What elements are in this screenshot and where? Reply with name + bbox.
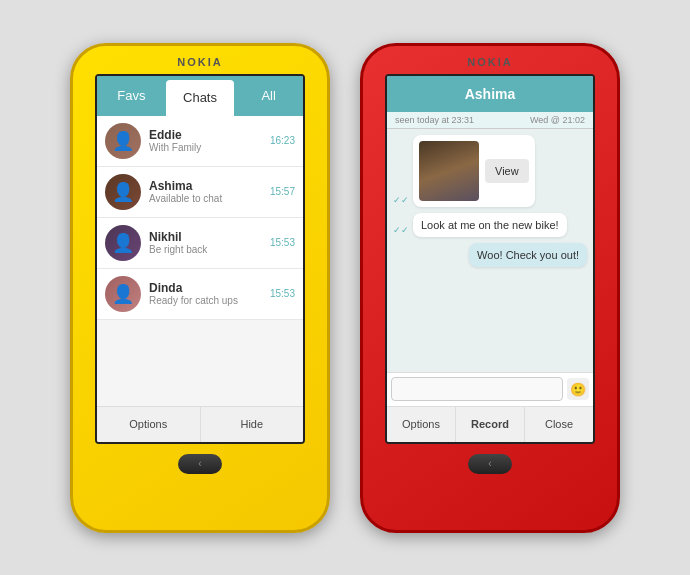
tabs-bar: Favs Chats All: [97, 76, 303, 116]
message-input[interactable]: [391, 377, 563, 401]
hide-button[interactable]: Hide: [201, 407, 304, 442]
left-nokia-brand: NOKIA: [177, 56, 222, 68]
emoji-icon: 🙂: [570, 382, 586, 397]
chat-list: 👤 Eddie With Family 16:23 👤 Ashima Avail…: [97, 116, 303, 406]
chat-info: Nikhil Be right back: [149, 230, 262, 255]
left-screen: Favs Chats All 👤 Eddie With Family 16:23: [95, 74, 305, 444]
message-photo: [419, 141, 479, 201]
chat-info: Ashima Available to chat: [149, 179, 262, 204]
tab-favs[interactable]: Favs: [97, 76, 166, 116]
input-bar: 🙂: [387, 372, 593, 406]
avatar: 👤: [105, 174, 141, 210]
emoji-button[interactable]: 🙂: [567, 378, 589, 400]
list-item[interactable]: 👤 Dinda Ready for catch ups 15:53: [97, 269, 303, 320]
home-button[interactable]: ‹: [178, 454, 222, 474]
right-phone: NOKIA Ashima seen today at 23:31 Wed @ 2…: [360, 43, 620, 533]
check-icon: ✓✓: [393, 225, 409, 237]
chat-bottom-bar: Options Record Close: [387, 406, 593, 442]
chat-date: Wed @ 21:02: [530, 115, 585, 125]
home-button[interactable]: ‹: [468, 454, 512, 474]
message-row: Woo! Check you out!: [393, 243, 587, 267]
avatar: 👤: [105, 225, 141, 261]
chevron-icon: ‹: [198, 458, 201, 469]
list-item[interactable]: 👤 Eddie With Family 16:23: [97, 116, 303, 167]
tab-chats[interactable]: Chats: [166, 80, 235, 116]
chevron-icon: ‹: [488, 458, 491, 469]
close-button[interactable]: Close: [525, 407, 593, 442]
incoming-message: Look at me on the new bike!: [413, 213, 567, 237]
chat-header: Ashima: [387, 76, 593, 112]
chat-info: Dinda Ready for catch ups: [149, 281, 262, 306]
chat-info: Eddie With Family: [149, 128, 262, 153]
message-row: ✓✓ Look at me on the new bike!: [393, 213, 587, 237]
right-screen: Ashima seen today at 23:31 Wed @ 21:02 ✓…: [385, 74, 595, 444]
view-button[interactable]: View: [485, 159, 529, 183]
message-row: ✓✓ View: [393, 135, 587, 207]
image-message: View: [413, 135, 535, 207]
check-icon: ✓✓: [393, 195, 409, 207]
seen-status: seen today at 23:31: [395, 115, 474, 125]
right-nokia-brand: NOKIA: [467, 56, 512, 68]
avatar: 👤: [105, 276, 141, 312]
tab-all[interactable]: All: [234, 76, 303, 116]
chat-meta: seen today at 23:31 Wed @ 21:02: [387, 112, 593, 129]
left-phone: NOKIA Favs Chats All 👤 Eddie With Famil: [70, 43, 330, 533]
chat-title: Ashima: [465, 86, 516, 102]
messages-area: ✓✓ View ✓✓ Look at me on the new bike!: [387, 129, 593, 372]
record-button[interactable]: Record: [456, 407, 525, 442]
bottom-bar: Options Hide: [97, 406, 303, 442]
avatar: 👤: [105, 123, 141, 159]
list-item[interactable]: 👤 Ashima Available to chat 15:57: [97, 167, 303, 218]
options-button[interactable]: Options: [387, 407, 456, 442]
list-item[interactable]: 👤 Nikhil Be right back 15:53: [97, 218, 303, 269]
options-button[interactable]: Options: [97, 407, 201, 442]
outgoing-message: Woo! Check you out!: [469, 243, 587, 267]
